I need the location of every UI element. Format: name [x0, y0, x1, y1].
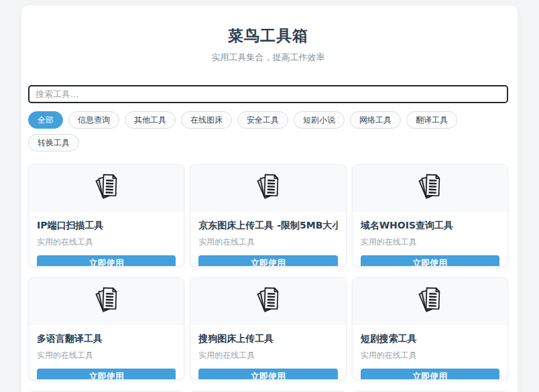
page-subtitle: 实用工具集合，提高工作效率: [28, 52, 508, 64]
card-body: IP端口扫描工具 实用的在线工具 立即使用: [29, 212, 184, 267]
documents-icon: [91, 171, 123, 206]
documents-icon: [252, 284, 284, 319]
filter-tag[interactable]: 短剧小说: [294, 111, 345, 129]
use-now-button[interactable]: 立即使用: [198, 369, 337, 380]
use-now-button[interactable]: 立即使用: [361, 255, 499, 267]
card-description: 实用的在线工具: [198, 237, 337, 248]
card-icon-area: [29, 165, 184, 212]
main-container: 菜鸟工具箱 实用工具集合，提高工作效率 全部 信息查询 其他工具 在线图床 安全…: [21, 5, 518, 392]
card-icon-area: [29, 278, 184, 325]
filter-tag[interactable]: 在线图床: [181, 111, 232, 129]
tool-card: 京东图床上传工具 -限制5MB大小 实用的在线工具 立即使用: [190, 164, 346, 267]
tool-card: IP端口扫描工具 实用的在线工具 立即使用: [28, 164, 184, 267]
filter-tag[interactable]: 转换工具: [28, 134, 79, 151]
card-title: 域名WHOIS查询工具: [361, 220, 499, 232]
filter-tag[interactable]: 安全工具: [237, 111, 288, 129]
tool-card: 多语言翻译工具 实用的在线工具 立即使用: [28, 277, 184, 380]
use-now-button[interactable]: 立即使用: [361, 369, 499, 380]
use-now-button[interactable]: 立即使用: [37, 369, 176, 380]
card-icon-area: [353, 165, 507, 212]
use-now-button[interactable]: 立即使用: [37, 255, 176, 267]
tool-card: 搜狗图床上传工具 实用的在线工具 立即使用: [190, 277, 346, 380]
filter-tag[interactable]: 翻译工具: [406, 111, 457, 129]
card-title: 搜狗图床上传工具: [198, 333, 337, 345]
card-title: 多语言翻译工具: [37, 333, 176, 345]
card-title: IP端口扫描工具: [37, 220, 176, 232]
filter-tag[interactable]: 其他工具: [125, 111, 176, 129]
documents-icon: [252, 171, 284, 206]
card-icon-area: [190, 278, 345, 325]
card-description: 实用的在线工具: [198, 350, 337, 361]
card-description: 实用的在线工具: [361, 237, 499, 248]
tool-card: 域名WHOIS查询工具 实用的在线工具 立即使用: [352, 164, 508, 267]
card-body: 域名WHOIS查询工具 实用的在线工具 立即使用: [353, 212, 507, 267]
card-title: 京东图床上传工具 -限制5MB大小: [198, 220, 337, 232]
documents-icon: [414, 284, 446, 319]
filter-tag[interactable]: 信息查询: [68, 111, 119, 129]
card-description: 实用的在线工具: [37, 237, 176, 248]
use-now-button[interactable]: 立即使用: [198, 255, 337, 267]
tool-card: 短剧搜索工具 实用的在线工具 立即使用: [352, 277, 508, 380]
documents-icon: [91, 284, 123, 319]
filter-tag[interactable]: 网络工具: [350, 111, 401, 129]
page-title: 菜鸟工具箱: [28, 25, 508, 46]
card-icon-area: [353, 278, 507, 325]
tool-card-grid: IP端口扫描工具 实用的在线工具 立即使用: [28, 164, 508, 392]
documents-icon: [414, 171, 446, 206]
search-input[interactable]: [28, 85, 508, 103]
filter-tag[interactable]: 全部: [28, 111, 63, 129]
card-body: 京东图床上传工具 -限制5MB大小 实用的在线工具 立即使用: [190, 212, 345, 267]
card-title: 短剧搜索工具: [361, 333, 499, 345]
filter-tag-bar: 全部 信息查询 其他工具 在线图床 安全工具 短剧小说 网络工具 翻译工具 转换…: [28, 111, 508, 151]
card-description: 实用的在线工具: [361, 350, 499, 361]
card-body: 短剧搜索工具 实用的在线工具 立即使用: [353, 325, 507, 380]
card-body: 多语言翻译工具 实用的在线工具 立即使用: [29, 325, 184, 380]
card-body: 搜狗图床上传工具 实用的在线工具 立即使用: [190, 325, 345, 380]
card-description: 实用的在线工具: [37, 350, 176, 361]
card-icon-area: [190, 165, 345, 212]
